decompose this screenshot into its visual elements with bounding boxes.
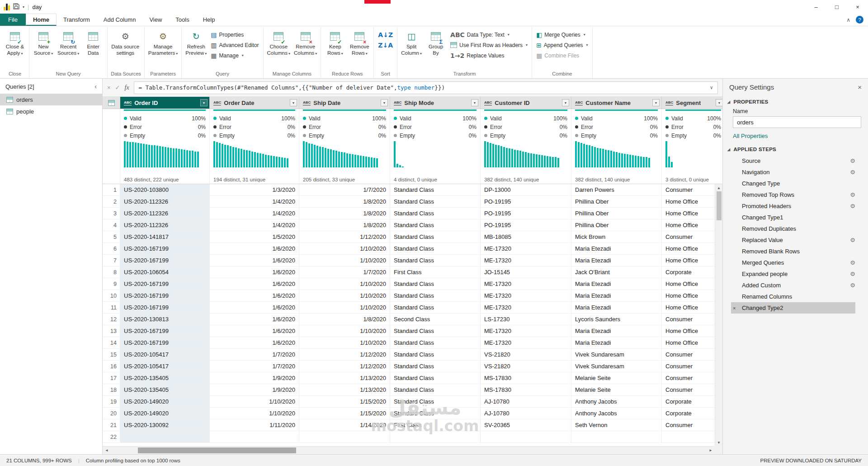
cell[interactable]: Home Office	[662, 278, 715, 290]
collapse-ribbon-icon[interactable]: ∧	[846, 17, 850, 23]
tab-tools[interactable]: Tools	[169, 14, 196, 26]
cell[interactable]: Standard Class	[390, 196, 481, 207]
tab-file[interactable]: File	[0, 14, 26, 26]
cell[interactable]: 1/10/2020	[299, 337, 390, 348]
cell[interactable]: Seth Vernon	[571, 419, 662, 431]
query-name-input[interactable]	[733, 116, 861, 128]
cell[interactable]: US-2020-105417	[120, 361, 210, 372]
cell[interactable]: 1/12/2020	[299, 361, 390, 372]
properties-section-header[interactable]: ◢ PROPERTIES	[723, 95, 868, 107]
cell[interactable]: Standard Class	[390, 337, 481, 348]
cell[interactable]: Maria Etezadi	[571, 255, 662, 266]
cell[interactable]: ME-17320	[481, 337, 571, 348]
merge-queries-button[interactable]: ◧Merge Queries▾	[534, 29, 590, 40]
data-source-settings-button[interactable]: ⚙Data sourcesettings	[110, 28, 141, 57]
cell[interactable]: 1/8/2020	[299, 208, 390, 219]
split-column-button[interactable]: ◫SplitColumn▾	[400, 28, 423, 57]
cell[interactable]: Standard Class	[390, 231, 481, 243]
cell[interactable]: Standard Class	[390, 372, 481, 384]
cell[interactable]: US-2020-112326	[120, 208, 210, 219]
cell[interactable]: Vivek Sundaresam	[571, 361, 662, 372]
group-by-button[interactable]: ΣGroupBy	[424, 28, 448, 57]
applied-step-removed-duplicates[interactable]: ×Removed Duplicates	[731, 223, 855, 234]
cell[interactable]: 1/7/2020	[299, 184, 390, 195]
cell[interactable]: ME-17320	[481, 255, 571, 266]
cell[interactable]: 1/12/2020	[299, 349, 390, 360]
filter-dropdown-icon[interactable]: ▼	[381, 99, 388, 106]
choose-columns-button[interactable]: ✓ChooseColumns▾	[266, 28, 292, 57]
advanced-editor-button[interactable]: ▥Advanced Editor	[209, 40, 260, 50]
applied-step-promoted-headers[interactable]: ×Promoted Headers⚙	[731, 200, 855, 212]
cell[interactable]: Jack O'Briant	[571, 266, 662, 278]
cell[interactable]: Home Office	[662, 290, 715, 301]
cell[interactable]: 1/6/2020	[210, 314, 299, 325]
cell[interactable]: 1/10/2020	[299, 278, 390, 290]
cell[interactable]: Phillina Ober	[571, 219, 662, 231]
cell[interactable]: Maria Etezadi	[571, 243, 662, 254]
cell[interactable]: PO-19195	[481, 219, 571, 231]
cell[interactable]	[571, 431, 662, 442]
applied-step-replaced-value[interactable]: ×Replaced Value⚙	[731, 234, 855, 246]
cell[interactable]: Lycoris Saunders	[571, 314, 662, 325]
cell[interactable]: 1/7/2020	[210, 361, 299, 372]
scroll-up-icon[interactable]: ▲	[715, 184, 722, 191]
tab-add-column[interactable]: Add Column	[97, 14, 143, 26]
formula-confirm-icon[interactable]: ✓	[115, 84, 120, 91]
formula-cancel-icon[interactable]: ×	[107, 84, 111, 91]
cell[interactable]: US-2020-149020	[120, 396, 210, 407]
cell[interactable]: 1/8/2020	[299, 219, 390, 231]
cell[interactable]: 1/13/2020	[299, 384, 390, 395]
cell[interactable]: 1/7/2020	[299, 266, 390, 278]
applied-step-changed-type[interactable]: ×Changed Type	[731, 178, 855, 189]
formula-expand-icon[interactable]: ∨	[705, 85, 713, 90]
cell[interactable]: Home Office	[662, 243, 715, 254]
gear-icon[interactable]: ⚙	[850, 203, 855, 209]
cell[interactable]: US-2020-105417	[120, 349, 210, 360]
tab-home[interactable]: Home	[26, 14, 57, 26]
filter-dropdown-icon[interactable]: ▼	[200, 99, 208, 106]
cell[interactable]: 1/4/2020	[210, 219, 299, 231]
cell[interactable]: US-2020-112326	[120, 219, 210, 231]
cell[interactable]: 1/6/2020	[210, 290, 299, 301]
cell[interactable]: 1/8/2020	[299, 196, 390, 207]
cell[interactable]: Anthony Jacobs	[571, 396, 662, 407]
enter-data-button[interactable]: EnterData	[81, 28, 105, 57]
cell[interactable]: Standard Class	[390, 396, 481, 407]
cell[interactable]: Consumer	[662, 314, 715, 325]
close-button[interactable]: ×	[847, 0, 868, 14]
gear-icon[interactable]: ⚙	[850, 282, 855, 289]
cell[interactable]: 1/4/2020	[210, 208, 299, 219]
scroll-down-icon[interactable]: ▼	[715, 439, 722, 446]
cell[interactable]: US-2020-103800	[120, 184, 210, 195]
cell[interactable]: 1/3/2020	[210, 184, 299, 195]
cell[interactable]: US-2020-112326	[120, 196, 210, 207]
cell[interactable]: 1/6/2020	[210, 337, 299, 348]
cell[interactable]: US-2020-149020	[120, 408, 210, 419]
cell[interactable]	[481, 431, 571, 442]
help-icon[interactable]: ?	[856, 16, 863, 24]
cell[interactable]: 1/10/2020	[210, 396, 299, 407]
cell[interactable]	[299, 431, 390, 442]
cell[interactable]: 1/8/2020	[299, 314, 390, 325]
cell[interactable]	[662, 431, 715, 442]
cell[interactable]: Standard Class	[390, 243, 481, 254]
manage-button[interactable]: ▦Manage▾	[209, 50, 260, 61]
filter-dropdown-icon[interactable]: ▼	[290, 99, 297, 106]
cell[interactable]: Home Office	[662, 219, 715, 231]
cell[interactable]: DP-13000	[481, 184, 571, 195]
select-all-cell[interactable]	[103, 97, 120, 109]
cell[interactable]: MS-17830	[481, 384, 571, 395]
remove-rows-button[interactable]: ×RemoveRows▾	[348, 28, 371, 57]
cell[interactable]: 1/10/2020	[210, 408, 299, 419]
save-icon[interactable]	[13, 3, 19, 10]
cell[interactable]: JO-15145	[481, 266, 571, 278]
remove-columns-button[interactable]: ×RemoveColumns▾	[292, 28, 318, 57]
cell[interactable]: 1/6/2020	[210, 255, 299, 266]
cell[interactable]	[390, 431, 481, 442]
applied-step-renamed-columns[interactable]: ×Renamed Columns	[731, 291, 855, 302]
cell[interactable]: Consumer	[662, 384, 715, 395]
cell[interactable]: 1/15/2020	[299, 408, 390, 419]
close-settings-icon[interactable]: ×	[858, 83, 862, 91]
vertical-scrollbar-thumb[interactable]	[717, 191, 722, 220]
cell[interactable]: Phillina Ober	[571, 208, 662, 219]
